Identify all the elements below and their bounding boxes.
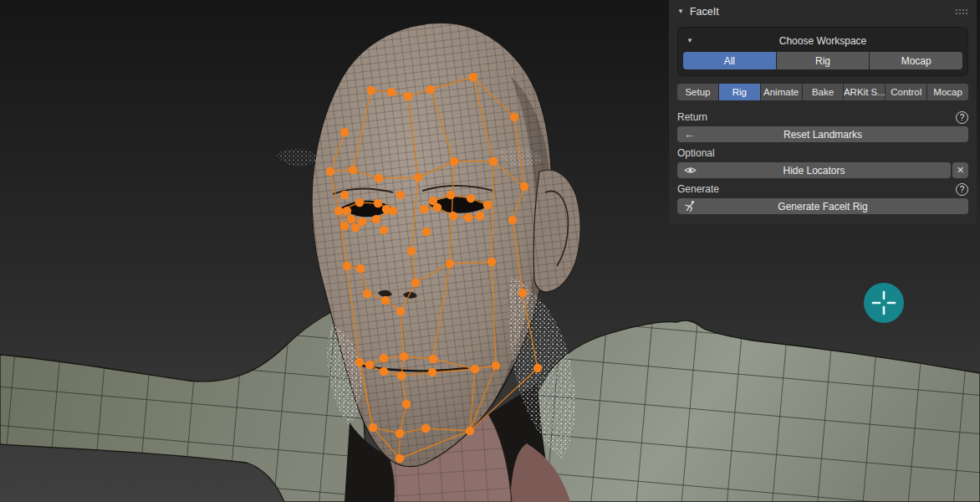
- landmark-dot[interactable]: [421, 424, 430, 433]
- help-icon[interactable]: ?: [956, 111, 968, 124]
- workspace-header[interactable]: ▼ Choose Workspace: [683, 33, 962, 49]
- landmark-dot[interactable]: [407, 247, 416, 255]
- landmark-dot[interactable]: [396, 429, 404, 438]
- landmark-dot[interactable]: [447, 191, 455, 199]
- landmark-dot[interactable]: [467, 194, 475, 202]
- landmark-dot[interactable]: [369, 423, 377, 432]
- landmark-dot[interactable]: [380, 354, 388, 362]
- tab-rig[interactable]: Rig: [719, 84, 760, 100]
- grip-dots-icon[interactable]: [956, 9, 968, 14]
- landmark-dot[interactable]: [402, 400, 411, 408]
- eye-icon: [684, 166, 697, 175]
- landmark-dot[interactable]: [420, 205, 428, 213]
- landmark-dot[interactable]: [343, 262, 351, 270]
- tab-bake[interactable]: Bake: [803, 84, 844, 100]
- landmark-dot[interactable]: [446, 259, 454, 268]
- landmark-dot[interactable]: [380, 367, 388, 376]
- landmark-dot[interactable]: [518, 289, 527, 297]
- landmark-dot[interactable]: [355, 198, 364, 207]
- landmark-dot[interactable]: [326, 167, 334, 176]
- landmark-dot[interactable]: [343, 207, 351, 215]
- landmark-dot[interactable]: [381, 296, 390, 305]
- landmark-dot[interactable]: [508, 216, 517, 224]
- help-icon[interactable]: ?: [956, 183, 968, 196]
- landmark-dot[interactable]: [363, 289, 371, 298]
- landmark-dot[interactable]: [347, 215, 355, 223]
- landmark-dot[interactable]: [397, 371, 406, 380]
- landmark-dot[interactable]: [334, 207, 343, 215]
- landmark-dot[interactable]: [428, 368, 436, 376]
- back-arrow-icon: ←: [684, 129, 695, 140]
- landmark-dot[interactable]: [489, 157, 498, 166]
- blender-3d-viewport-screen: { "panel": { "title": "FaceIt", "collaps…: [0, 0, 980, 502]
- workspace-option-all[interactable]: All: [683, 52, 776, 69]
- landmark-dot[interactable]: [389, 207, 397, 215]
- landmark-dot[interactable]: [426, 85, 435, 94]
- landmark-dot[interactable]: [340, 191, 349, 199]
- landmark-dot[interactable]: [356, 264, 365, 273]
- landmark-dot[interactable]: [464, 213, 472, 222]
- landmark-dot[interactable]: [396, 307, 405, 315]
- landmark-dot[interactable]: [396, 191, 405, 199]
- landmark-dot[interactable]: [429, 355, 437, 363]
- landmark-dot[interactable]: [411, 279, 420, 287]
- landmark-dot[interactable]: [375, 174, 383, 182]
- landmark-dot[interactable]: [422, 228, 431, 236]
- landmark-dot[interactable]: [404, 92, 412, 100]
- add-cursor-button[interactable]: [864, 283, 904, 323]
- crosshair-plus-icon: [864, 283, 904, 323]
- landmark-dot[interactable]: [471, 365, 479, 373]
- landmark-dot[interactable]: [533, 364, 542, 372]
- landmark-dot[interactable]: [349, 166, 357, 174]
- landmark-dot[interactable]: [387, 88, 396, 96]
- landmark-dot[interactable]: [466, 427, 474, 435]
- landmark-dot[interactable]: [450, 157, 458, 166]
- landmark-dot[interactable]: [380, 226, 388, 234]
- landmark-dot[interactable]: [449, 212, 457, 220]
- hide-locators-button[interactable]: Hide Locators: [677, 162, 951, 178]
- landmark-dot[interactable]: [396, 454, 404, 463]
- reset-landmarks-button[interactable]: ← Reset Landmarks: [677, 126, 968, 142]
- landmark-dot[interactable]: [365, 361, 374, 369]
- landmark-dot[interactable]: [476, 212, 484, 220]
- landmark-dot[interactable]: [340, 222, 349, 230]
- hide-locators-label: Hide Locators: [783, 165, 845, 177]
- tab-setup[interactable]: Setup: [677, 84, 718, 100]
- armature-run-icon: [684, 200, 697, 213]
- return-label: Return: [677, 111, 707, 123]
- landmark-dot[interactable]: [400, 352, 408, 361]
- landmark-dot[interactable]: [487, 258, 496, 266]
- generate-faceit-rig-label: Generate Faceit Rig: [778, 201, 867, 213]
- landmark-dot[interactable]: [355, 358, 364, 366]
- tab-control[interactable]: Control: [886, 84, 926, 100]
- workspace-option-rig[interactable]: Rig: [777, 52, 870, 69]
- generate-faceit-rig-button[interactable]: Generate Faceit Rig: [677, 198, 968, 214]
- landmark-dot[interactable]: [433, 203, 442, 212]
- return-section-label: Return ?: [677, 110, 968, 125]
- triangle-down-icon[interactable]: ▼: [677, 8, 684, 15]
- workspace-option-mocap[interactable]: Mocap: [870, 52, 962, 69]
- tab-mocap[interactable]: Mocap: [927, 84, 968, 100]
- landmark-dot[interactable]: [340, 128, 349, 136]
- landmark-dot[interactable]: [483, 201, 492, 209]
- landmark-dot[interactable]: [492, 361, 500, 370]
- generate-label: Generate: [677, 183, 719, 195]
- landmark-dot[interactable]: [351, 223, 360, 232]
- landmark-dot[interactable]: [358, 218, 366, 226]
- landmark-dot[interactable]: [469, 73, 477, 81]
- reset-landmarks-label: Reset Landmarks: [783, 129, 862, 141]
- landmark-dot[interactable]: [414, 173, 422, 182]
- tab-animate[interactable]: Animate: [761, 84, 802, 100]
- panel-title: FaceIt: [690, 6, 719, 18]
- workspace-options: AllRigMocap: [683, 52, 962, 69]
- landmark-dot[interactable]: [367, 86, 375, 95]
- optional-section-label: Optional: [677, 146, 968, 161]
- landmark-dot[interactable]: [372, 215, 380, 223]
- landmark-dot[interactable]: [520, 182, 528, 191]
- landmark-dot[interactable]: [510, 113, 518, 121]
- close-icon[interactable]: ✕: [952, 162, 968, 178]
- optional-label: Optional: [677, 147, 715, 159]
- workspace-box: ▼ Choose Workspace AllRigMocap: [677, 27, 968, 76]
- tab-arkits[interactable]: ARKit S...: [844, 84, 885, 100]
- landmark-dot[interactable]: [374, 199, 382, 207]
